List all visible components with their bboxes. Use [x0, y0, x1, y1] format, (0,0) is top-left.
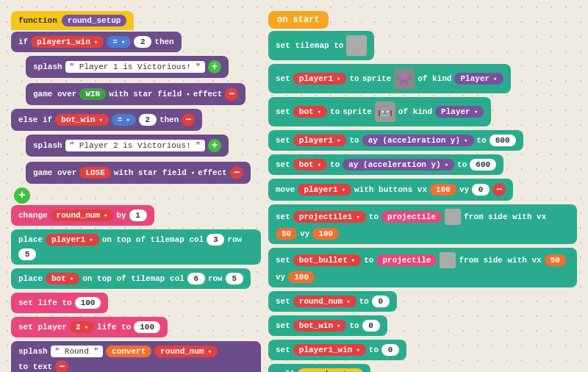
right-panel: on start set tilemap to set player1 to s…	[268, 11, 577, 361]
bot-vx[interactable]: 50	[545, 254, 566, 266]
workspace: function round_setup if player1_win = 2 …	[0, 0, 588, 372]
row-5b[interactable]: 5	[226, 273, 243, 285]
bot-ay-var[interactable]: bot	[293, 159, 327, 171]
life-100[interactable]: 100	[75, 297, 101, 309]
convert-pill[interactable]: convert	[106, 346, 151, 357]
p2-life-100[interactable]: 100	[134, 321, 160, 333]
function-name-pill[interactable]: round_setup	[62, 15, 127, 26]
ay-prop[interactable]: ay (acceleration y)	[362, 135, 474, 146]
move-player1-block: move player1 with buttons vx 100 vy 0 −	[268, 179, 513, 201]
vx-100[interactable]: 100	[430, 184, 456, 196]
proj-icon-1[interactable]	[445, 209, 461, 225]
set-tilemap-block: set tilemap to	[268, 31, 374, 60]
on-start-label: on start	[277, 15, 320, 25]
bot-kind[interactable]: Player	[435, 106, 484, 118]
left-panel: function round_setup if player1_win = 2 …	[11, 11, 261, 361]
set-player2-life-block: set player 2 life to 100	[11, 317, 168, 337]
bot-bullet-var[interactable]: bot_bullet	[293, 254, 361, 266]
proj1-var[interactable]: projectile1	[293, 211, 366, 223]
bot-win-0[interactable]: 0	[362, 320, 380, 332]
function-header: function round_setup	[11, 11, 134, 30]
minus-move[interactable]: −	[492, 183, 506, 196]
set-bot-sprite: set bot to sprite 🤖 of kind Player	[268, 97, 491, 126]
bot-ay-prop[interactable]: ay (acceleration y)	[343, 159, 454, 171]
ay-600[interactable]: 600	[490, 135, 516, 146]
bot-place-pill[interactable]: bot	[46, 273, 79, 285]
round-str[interactable]: " Round "	[51, 346, 103, 357]
equals-op[interactable]: =	[107, 36, 131, 48]
set-projectile1: set projectile1 to projectile from side …	[268, 204, 577, 244]
row-5[interactable]: 5	[18, 248, 36, 260]
bot-ay-600[interactable]: 600	[470, 159, 496, 171]
bot-var[interactable]: bot	[293, 106, 327, 118]
splash-text-1[interactable]: " Player 1 is Victorious! "	[65, 61, 205, 73]
change-by-val[interactable]: 1	[129, 210, 147, 221]
function-keyword: function	[18, 16, 57, 25]
equals-op-2[interactable]: =	[112, 114, 136, 126]
splash-text-2[interactable]: " Player 2 is Victorious! "	[65, 140, 205, 151]
round-num-0[interactable]: 0	[372, 296, 390, 307]
minus-splash[interactable]: −	[55, 360, 68, 372]
set-life-block: set life to 100	[11, 293, 108, 313]
set-player1-ay: set player1 to ay (acceleration y) to 60…	[268, 130, 523, 151]
bot-vy[interactable]: 100	[288, 271, 315, 283]
bot-sprite-icon[interactable]: 🤖	[375, 101, 395, 122]
player1-ay-var[interactable]: player1	[293, 135, 347, 146]
val-2b[interactable]: 2	[139, 114, 157, 126]
splash-block-1: splash " Player 1 is Victorious! " +	[26, 56, 229, 78]
proj1-vx[interactable]: 50	[276, 228, 297, 240]
round-num-pill[interactable]: round_num	[51, 210, 114, 221]
game-over-1: game over WIN with star field effect −	[26, 83, 245, 105]
bot-win-var[interactable]: bot_win	[293, 320, 347, 332]
round-num-var[interactable]: round_num	[293, 296, 356, 307]
add-block-btn[interactable]: +	[14, 187, 30, 204]
projectile-label-2: projectile	[376, 254, 437, 266]
set-bot-win: set bot_win to 0	[268, 315, 387, 336]
change-round-block: change round_num by 1	[11, 205, 154, 226]
col-3[interactable]: 3	[207, 234, 224, 246]
place-player1-block: place player1 on top of tilemap col 3 ro…	[11, 229, 261, 265]
vy-0[interactable]: 0	[472, 184, 490, 196]
set-bot-bullet: set bot_bullet to projectile from side w…	[268, 248, 577, 287]
player1-place-pill[interactable]: player1	[46, 234, 99, 246]
projectile-label: projectile	[381, 211, 442, 223]
player1-move-var[interactable]: player1	[298, 184, 351, 196]
splash-block-2: splash " Player 2 is Victorious! " +	[26, 135, 229, 157]
plus-btn-2[interactable]: +	[208, 139, 221, 152]
call-func-name[interactable]: round_setup	[298, 368, 363, 372]
proj1-vy[interactable]: 100	[312, 228, 339, 240]
p1-win-var[interactable]: player1_win	[293, 344, 366, 356]
lose-badge[interactable]: LOSE	[79, 167, 110, 179]
set-bot-ay: set bot to ay (acceleration y) to 600	[268, 154, 503, 175]
player1-win-pill[interactable]: player1_win	[31, 36, 104, 48]
p1-win-0[interactable]: 0	[381, 344, 399, 356]
call-round-setup: call round_setup	[268, 364, 370, 372]
col-6[interactable]: 6	[187, 273, 205, 285]
tilemap-icon[interactable]	[346, 35, 367, 56]
minus-btn-1[interactable]: −	[225, 87, 238, 101]
place-bot-block: place bot on top of tilemap col 6 row 5	[11, 268, 251, 289]
if-block: if player1_win = 2 then	[11, 32, 182, 52]
player1-kind[interactable]: Player	[454, 73, 503, 85]
splash-round-block: splash " Round " convert round_num to te…	[11, 341, 261, 372]
set-player1-sprite: set player1 to sprite 👾 of kind Player	[268, 64, 511, 93]
plus-btn-1[interactable]: +	[208, 60, 221, 74]
win-badge[interactable]: WIN	[79, 88, 106, 100]
else-if-block: else if bot_win = 2 then −	[11, 109, 202, 131]
minus-else[interactable]: −	[182, 113, 195, 126]
set-round-num: set round_num to 0	[268, 291, 397, 312]
set-player1-win: set player1_win to 0	[268, 340, 406, 360]
player1-sprite-icon[interactable]: 👾	[394, 68, 415, 89]
proj-icon-2[interactable]	[440, 252, 456, 268]
on-start-header: on start	[268, 11, 329, 29]
minus-btn-2[interactable]: −	[230, 166, 243, 179]
round-num-convert[interactable]: round_num	[154, 346, 218, 357]
player1-var[interactable]: player1	[293, 73, 347, 85]
val-2[interactable]: 2	[134, 36, 151, 48]
game-over-2: game over LOSE with star field effect −	[26, 162, 251, 184]
player2-pill[interactable]: 2	[70, 321, 94, 333]
bot-win-pill[interactable]: bot_win	[55, 114, 109, 126]
